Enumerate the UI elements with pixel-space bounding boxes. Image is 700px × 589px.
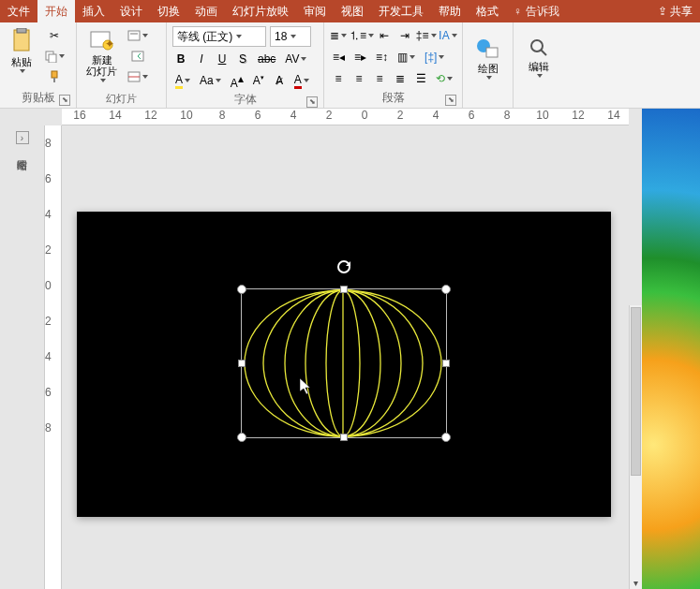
resize-handle-w[interactable] [238,360,246,367]
svg-line-17 [541,50,546,55]
group-paragraph: ≣ ⒈≡ ⇤ ⇥ ‡≡ ⅠA ≡◂ ≡▸ ≡↕ ▥ [‡] ≡ ≡ ≡ ≣ ☰ … [324,22,463,108]
copy-button[interactable] [41,47,67,66]
tab-transitions[interactable]: 切换 [150,0,187,22]
tab-animations[interactable]: 动画 [187,0,225,22]
indent-left-button[interactable]: ⇤ [376,26,393,45]
group-label-editing [519,104,559,108]
group-drawing: 绘图 [463,22,514,108]
change-case-button[interactable]: Aa [197,71,224,90]
tab-slideshow[interactable]: 幻灯片放映 [225,0,296,22]
dialog-launcher[interactable]: ⬊ [445,95,456,106]
align-left-button[interactable]: ≡ [330,69,347,88]
sort-button[interactable]: ≡↕ [373,48,391,66]
align-right-button[interactable]: ≡ [371,69,388,88]
tab-view[interactable]: 视图 [334,0,371,22]
vertical-scrollbar[interactable]: ▴ ▾ [629,305,642,589]
horizontal-ruler[interactable]: 1614121086420246810121416 [62,109,629,125]
outline-pane[interactable]: › 缩略图 [0,125,45,589]
tell-me[interactable]: ♀ 告诉我 [506,0,567,22]
editing-label: 编辑 [529,61,549,72]
resize-handle-sw[interactable] [237,433,246,442]
section-button[interactable] [125,67,151,86]
group-clipboard: 粘贴 ✂ 剪贴板⬊ [0,22,77,108]
slide-canvas[interactable] [62,125,629,589]
char-spacing-button[interactable]: AV [282,50,309,68]
resize-handle-n[interactable] [340,286,348,293]
bold-button[interactable]: B [172,50,189,68]
align-center-button[interactable]: ≡ [350,69,367,88]
resize-handle-ne[interactable] [441,285,451,294]
resize-handle-s[interactable] [340,434,348,441]
align-justify-button[interactable]: ≣ [392,69,409,88]
increase-font-button[interactable]: A▴ [228,71,246,90]
distribute-button[interactable]: ☰ [412,69,429,88]
selection-box[interactable] [241,288,447,438]
collapse-pane-button[interactable]: › [16,131,29,144]
clear-format-button[interactable]: A̷ [271,71,288,90]
chevron-down-icon [447,77,453,81]
dialog-launcher[interactable]: ⬊ [306,96,318,108]
slide[interactable] [77,212,611,517]
resize-handle-e[interactable] [442,360,450,367]
bullets-icon: ≣ [330,29,339,42]
align-center-icon: ≡ [355,72,362,85]
group-font: 等线 (正文) 18 B I U S abc AV A Aa A▴ A▾ A̷ … [167,22,324,108]
align-right-icon: ≡ [376,72,382,85]
indent-right-button[interactable]: ⇥ [396,26,413,45]
drawing-label: 绘图 [478,63,499,74]
bullets-button[interactable]: ≣ [330,26,347,45]
dialog-launcher[interactable]: ⬊ [59,95,70,106]
paste-button[interactable]: 粘贴 [6,26,37,75]
chevron-down-icon [452,34,457,37]
tab-design[interactable]: 设计 [112,0,150,22]
smartart-button[interactable]: ⟲ [433,69,455,88]
outdent-icon: ⇤ [380,29,389,42]
shadow-button[interactable]: S [234,50,251,68]
tab-format[interactable]: 格式 [469,0,506,22]
resize-handle-nw[interactable] [237,285,246,294]
rotate-handle[interactable] [336,259,351,274]
text-direction-button[interactable]: ⅠA [439,26,456,45]
text-dir-icon: ⅠA [439,29,450,42]
increase-list-button[interactable]: ≡▸ [351,48,369,66]
menu-bar: 文件 开始 插入 设计 切换 动画 幻灯片放映 审阅 视图 开发工具 帮助 格式… [0,0,700,22]
decrease-list-button[interactable]: ≡◂ [330,48,348,66]
tab-home[interactable]: 开始 [37,0,75,22]
reset-button[interactable] [125,47,151,66]
line-spacing-button[interactable]: ‡≡ [417,26,436,45]
underline-button[interactable]: U [214,50,231,68]
cut-button[interactable]: ✂ [41,26,67,45]
share-button[interactable]: ⇪ 共享 [650,0,700,22]
drawing-button[interactable]: 绘图 [469,26,507,88]
columns-button[interactable]: ▥ [395,48,418,66]
tab-insert[interactable]: 插入 [75,0,112,22]
layout-button[interactable] [125,26,151,45]
tab-file[interactable]: 文件 [0,0,37,22]
tab-review[interactable]: 审阅 [296,0,334,22]
chevron-down-icon [431,34,437,37]
editing-button[interactable]: 编辑 [519,26,559,88]
resize-handle-se[interactable] [441,433,451,442]
svg-text:✦: ✦ [105,37,114,51]
italic-button[interactable]: I [193,50,210,68]
scroll-down-button[interactable]: ▾ [630,576,642,589]
vertical-ruler[interactable]: 864202468 [45,125,62,589]
font-size-combo[interactable]: 18 [270,26,311,47]
highlight-button[interactable]: A [172,71,193,90]
chevron-down-icon [410,55,415,59]
scroll-thumb[interactable] [631,307,641,476]
numbering-button[interactable]: ⒈≡ [350,26,372,45]
strikethrough-button[interactable]: abc [255,50,278,68]
tab-developer[interactable]: 开发工具 [371,0,431,22]
font-color-button[interactable]: A [291,71,312,90]
layout-icon [127,29,141,42]
font-name-combo[interactable]: 等线 (正文) [172,26,266,47]
case-icon: Aa [200,74,214,87]
tab-help[interactable]: 帮助 [431,0,469,22]
text-shadow-icon: S [239,52,246,66]
align-text-button[interactable]: [‡] [422,48,447,66]
numbering-icon: ⒈≡ [349,28,366,44]
new-slide-button[interactable]: ✦ 新建 幻灯片 [82,26,121,84]
decrease-font-button[interactable]: A▾ [250,71,267,90]
format-painter-button[interactable] [41,67,67,86]
